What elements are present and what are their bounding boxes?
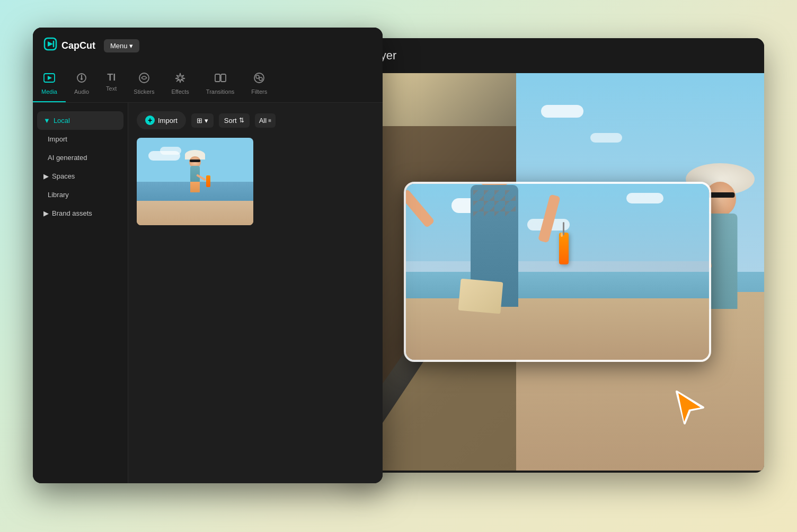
transitions-tab-label: Transitions [206, 88, 234, 95]
local-arrow: ▼ [43, 117, 50, 125]
transitions-icon [215, 72, 226, 86]
logo-area: CapCut [43, 37, 95, 54]
tab-audio[interactable]: Audio [66, 68, 98, 102]
library-label: Library [48, 191, 69, 199]
spaces-arrow: ▶ [43, 172, 49, 180]
ai-generated-label: AI generated [48, 154, 87, 162]
app-name: CapCut [61, 40, 95, 51]
cursor-pointer [674, 389, 706, 428]
media-panel: + Import ⊞ ▾ Sort ⇅ All ≡ [128, 103, 383, 483]
svg-point-6 [139, 73, 149, 83]
content-area: ▼ Local Import AI generated ▶ Spaces Lib… [33, 103, 383, 483]
capcut-window: CapCut Menu ▾ Media [33, 28, 383, 483]
filters-icon [253, 72, 265, 86]
preview-beach-scene [406, 184, 709, 360]
audio-tab-label: Audio [74, 88, 89, 95]
svg-point-11 [259, 77, 262, 81]
plus-icon: + [145, 116, 155, 125]
tab-stickers[interactable]: Stickers [125, 68, 163, 102]
filters-tab-label: Filters [251, 88, 267, 95]
svg-marker-3 [48, 76, 52, 80]
sidebar-item-brand-assets[interactable]: ▶ Brand assets [33, 204, 128, 223]
svg-rect-7 [215, 74, 220, 82]
text-tab-label: Text [106, 85, 117, 92]
tab-media[interactable]: Media [33, 68, 66, 102]
brand-assets-arrow: ▶ [43, 209, 49, 217]
menu-button[interactable]: Menu ▾ [104, 39, 139, 52]
grid-chevron: ▾ [205, 117, 208, 125]
text-icon: TI [107, 72, 116, 83]
stickers-tab-label: Stickers [134, 88, 154, 95]
player-title: Player [364, 49, 751, 63]
title-bar: CapCut Menu ▾ [33, 28, 383, 64]
sidebar-item-ai-generated[interactable]: AI generated [33, 148, 128, 167]
local-label: Local [54, 117, 70, 125]
media-thumb-1[interactable] [137, 138, 253, 225]
all-label: All [259, 117, 267, 125]
media-icon [43, 72, 55, 86]
media-toolbar: + Import ⊞ ▾ Sort ⇅ All ≡ [137, 111, 374, 129]
tab-bar: Media Audio TI Text [33, 64, 383, 103]
player-content [351, 73, 764, 471]
tab-transitions[interactable]: Transitions [198, 68, 243, 102]
sort-label: Sort [224, 117, 237, 125]
import-btn-label: Import [158, 117, 178, 125]
sidebar-item-local[interactable]: ▼ Local [37, 111, 123, 130]
stickers-icon [138, 72, 150, 86]
import-button[interactable]: + Import [137, 111, 186, 129]
svg-marker-13 [678, 393, 701, 422]
grid-icon: ⊞ [197, 117, 202, 125]
capcut-logo-icon [43, 37, 57, 54]
svg-rect-8 [221, 74, 226, 82]
sort-button[interactable]: Sort ⇅ [219, 113, 250, 128]
sidebar-item-spaces[interactable]: ▶ Spaces [33, 167, 128, 185]
menu-label: Menu ▾ [110, 42, 133, 50]
filter-icon: ≡ [268, 118, 271, 123]
grid-view-button[interactable]: ⊞ ▾ [191, 113, 214, 128]
tab-text[interactable]: TI Text [98, 68, 125, 102]
svg-point-5 [81, 78, 83, 80]
sidebar-item-import[interactable]: Import [33, 130, 128, 148]
player-header: Player [351, 38, 764, 73]
preview-card [404, 182, 711, 362]
effects-tab-label: Effects [171, 88, 189, 95]
audio-icon [76, 72, 87, 86]
spaces-label: Spaces [52, 172, 75, 180]
media-tab-label: Media [41, 88, 57, 95]
tab-effects[interactable]: Effects [163, 68, 197, 102]
player-window: Player [351, 38, 764, 473]
sidebar: ▼ Local Import AI generated ▶ Spaces Lib… [33, 103, 128, 483]
media-grid [137, 138, 374, 225]
import-label: Import [48, 135, 67, 143]
effects-icon [174, 72, 186, 86]
tab-filters[interactable]: Filters [243, 68, 276, 102]
filter-all-button[interactable]: All ≡ [255, 113, 276, 128]
svg-point-10 [256, 75, 259, 78]
sort-icon: ⇅ [239, 117, 244, 124]
brand-assets-label: Brand assets [52, 209, 92, 217]
sidebar-item-library[interactable]: Library [33, 185, 128, 204]
